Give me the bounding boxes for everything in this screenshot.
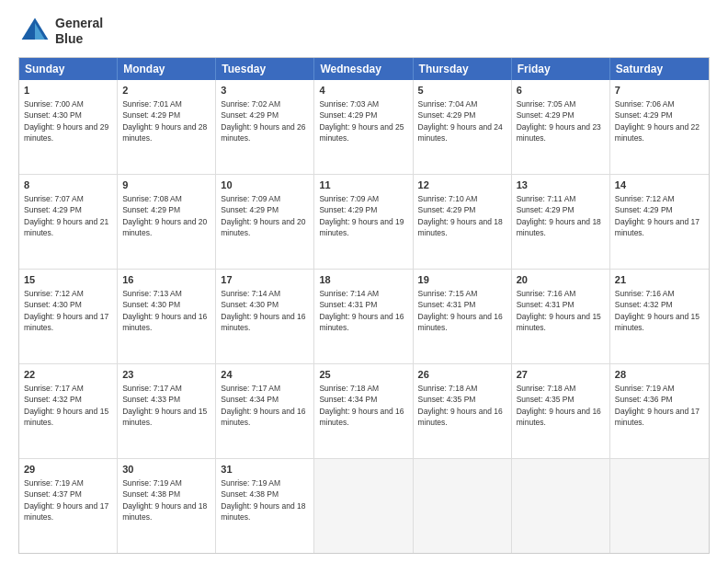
daylight: Daylight: 9 hours and 16 minutes. <box>221 312 305 332</box>
calendar-day-29: 29Sunrise: 7:19 AMSunset: 4:37 PMDayligh… <box>19 459 118 553</box>
sunrise: Sunrise: 7:15 AM <box>418 289 478 298</box>
sunrise: Sunrise: 7:16 AM <box>615 289 675 298</box>
calendar-day-17: 17Sunrise: 7:14 AMSunset: 4:30 PMDayligh… <box>216 270 314 363</box>
calendar-header: SundayMondayTuesdayWednesdayThursdayFrid… <box>19 58 709 80</box>
daylight: Daylight: 9 hours and 15 minutes. <box>615 312 700 332</box>
calendar-day-8: 8Sunrise: 7:07 AMSunset: 4:29 PMDaylight… <box>19 175 118 269</box>
sunset: Sunset: 4:30 PM <box>221 300 279 309</box>
weekday-header-sunday: Sunday <box>19 58 118 80</box>
day-number: 8 <box>24 178 112 192</box>
calendar-day-empty <box>512 459 610 553</box>
sunset: Sunset: 4:36 PM <box>615 395 673 404</box>
sunrise: Sunrise: 7:18 AM <box>319 384 379 393</box>
sunset: Sunset: 4:29 PM <box>418 205 476 214</box>
calendar-row-1: 1Sunrise: 7:00 AMSunset: 4:30 PMDaylight… <box>19 80 709 174</box>
sunrise: Sunrise: 7:10 AM <box>418 194 478 203</box>
sunset: Sunset: 4:29 PM <box>221 110 279 120</box>
calendar-day-1: 1Sunrise: 7:00 AMSunset: 4:30 PMDaylight… <box>19 80 118 174</box>
daylight: Daylight: 9 hours and 18 minutes. <box>122 501 207 522</box>
calendar-day-6: 6Sunrise: 7:05 AMSunset: 4:29 PMDaylight… <box>512 80 610 174</box>
calendar-day-13: 13Sunrise: 7:11 AMSunset: 4:29 PMDayligh… <box>512 175 610 269</box>
weekday-header-wednesday: Wednesday <box>314 58 413 80</box>
sunset: Sunset: 4:29 PM <box>122 205 180 214</box>
calendar-day-24: 24Sunrise: 7:17 AMSunset: 4:34 PMDayligh… <box>216 364 314 458</box>
weekday-header-thursday: Thursday <box>414 58 512 80</box>
daylight: Daylight: 9 hours and 22 minutes. <box>615 122 700 143</box>
daylight: Daylight: 9 hours and 15 minutes. <box>122 407 207 427</box>
daylight: Daylight: 9 hours and 15 minutes. <box>517 312 601 332</box>
sunset: Sunset: 4:30 PM <box>24 110 82 120</box>
day-number: 7 <box>615 84 704 98</box>
sunset: Sunset: 4:31 PM <box>418 300 476 309</box>
daylight: Daylight: 9 hours and 26 minutes. <box>221 122 305 143</box>
daylight: Daylight: 9 hours and 25 minutes. <box>319 122 404 143</box>
sunset: Sunset: 4:31 PM <box>319 300 377 309</box>
calendar-day-4: 4Sunrise: 7:03 AMSunset: 4:29 PMDaylight… <box>314 80 413 174</box>
sunrise: Sunrise: 7:06 AM <box>615 99 675 109</box>
day-number: 29 <box>24 463 112 477</box>
day-number: 30 <box>122 463 210 477</box>
sunset: Sunset: 4:33 PM <box>122 395 180 404</box>
day-number: 23 <box>122 368 210 382</box>
daylight: Daylight: 9 hours and 16 minutes. <box>319 312 404 332</box>
sunrise: Sunrise: 7:19 AM <box>122 478 182 488</box>
day-number: 4 <box>319 84 407 98</box>
day-number: 2 <box>122 84 210 98</box>
calendar-row-5: 29Sunrise: 7:19 AMSunset: 4:37 PMDayligh… <box>19 458 709 553</box>
calendar-day-30: 30Sunrise: 7:19 AMSunset: 4:38 PMDayligh… <box>118 459 216 553</box>
calendar-day-26: 26Sunrise: 7:18 AMSunset: 4:35 PMDayligh… <box>414 364 512 458</box>
daylight: Daylight: 9 hours and 29 minutes. <box>24 122 108 143</box>
sunset: Sunset: 4:32 PM <box>24 395 82 404</box>
day-number: 26 <box>418 368 506 382</box>
sunrise: Sunrise: 7:09 AM <box>319 194 379 203</box>
daylight: Daylight: 9 hours and 16 minutes. <box>418 312 503 332</box>
sunrise: Sunrise: 7:14 AM <box>221 289 280 298</box>
sunrise: Sunrise: 7:09 AM <box>221 194 280 203</box>
sunrise: Sunrise: 7:11 AM <box>517 194 576 203</box>
day-number: 24 <box>221 368 309 382</box>
calendar-day-5: 5Sunrise: 7:04 AMSunset: 4:29 PMDaylight… <box>414 80 512 174</box>
day-number: 12 <box>418 178 506 192</box>
calendar-day-19: 19Sunrise: 7:15 AMSunset: 4:31 PMDayligh… <box>414 270 512 363</box>
sunset: Sunset: 4:29 PM <box>24 205 82 214</box>
sunset: Sunset: 4:31 PM <box>517 300 574 309</box>
header: General Blue <box>18 15 710 48</box>
day-number: 20 <box>517 273 605 287</box>
calendar-day-10: 10Sunrise: 7:09 AMSunset: 4:29 PMDayligh… <box>216 175 314 269</box>
day-number: 6 <box>517 84 605 98</box>
calendar-day-25: 25Sunrise: 7:18 AMSunset: 4:34 PMDayligh… <box>314 364 413 458</box>
calendar-day-22: 22Sunrise: 7:17 AMSunset: 4:32 PMDayligh… <box>19 364 118 458</box>
day-number: 14 <box>615 178 704 192</box>
sunset: Sunset: 4:29 PM <box>615 110 673 120</box>
sunrise: Sunrise: 7:19 AM <box>24 478 84 488</box>
sunset: Sunset: 4:38 PM <box>122 489 180 499</box>
day-number: 9 <box>122 178 210 192</box>
sunset: Sunset: 4:29 PM <box>221 205 279 214</box>
day-number: 16 <box>122 273 210 287</box>
weekday-header-saturday: Saturday <box>610 58 709 80</box>
calendar-day-27: 27Sunrise: 7:18 AMSunset: 4:35 PMDayligh… <box>512 364 610 458</box>
sunrise: Sunrise: 7:01 AM <box>122 99 182 109</box>
daylight: Daylight: 9 hours and 19 minutes. <box>319 217 404 237</box>
weekday-header-tuesday: Tuesday <box>216 58 314 80</box>
calendar-day-empty <box>610 459 709 553</box>
daylight: Daylight: 9 hours and 16 minutes. <box>319 407 404 427</box>
calendar-day-15: 15Sunrise: 7:12 AMSunset: 4:30 PMDayligh… <box>19 270 118 363</box>
sunset: Sunset: 4:29 PM <box>517 205 574 214</box>
day-number: 21 <box>615 273 704 287</box>
daylight: Daylight: 9 hours and 17 minutes. <box>615 407 700 427</box>
sunrise: Sunrise: 7:17 AM <box>122 384 182 393</box>
daylight: Daylight: 9 hours and 17 minutes. <box>615 217 700 237</box>
calendar-day-14: 14Sunrise: 7:12 AMSunset: 4:29 PMDayligh… <box>610 175 709 269</box>
calendar-day-31: 31Sunrise: 7:19 AMSunset: 4:38 PMDayligh… <box>216 459 314 553</box>
daylight: Daylight: 9 hours and 24 minutes. <box>418 122 503 143</box>
daylight: Daylight: 9 hours and 15 minutes. <box>24 407 108 427</box>
sunset: Sunset: 4:30 PM <box>24 300 82 309</box>
sunrise: Sunrise: 7:12 AM <box>615 194 675 203</box>
sunset: Sunset: 4:38 PM <box>221 489 279 499</box>
day-number: 22 <box>24 368 112 382</box>
weekday-header-friday: Friday <box>512 58 610 80</box>
sunset: Sunset: 4:29 PM <box>319 205 377 214</box>
daylight: Daylight: 9 hours and 28 minutes. <box>122 122 207 143</box>
logo-text: General Blue <box>55 16 103 47</box>
